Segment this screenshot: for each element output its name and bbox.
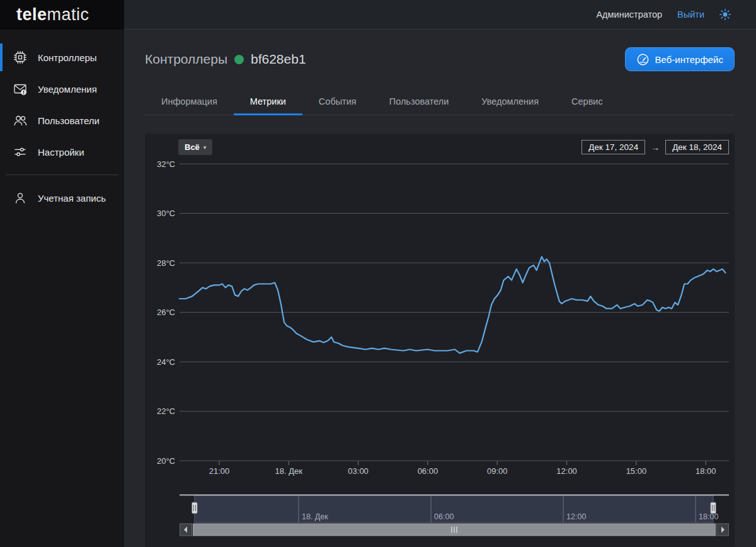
sidebar-item-label: Учетная запись (38, 193, 106, 204)
date-range: Дек 17, 2024 → Дек 18, 2024 (581, 140, 729, 154)
svg-text:26°C: 26°C (157, 308, 175, 317)
active-indicator (0, 43, 3, 71)
arrow-right-icon: → (651, 142, 660, 153)
tab-service[interactable]: Сервис (555, 90, 619, 115)
sidebar: Контроллеры Уведомления (0, 30, 124, 547)
users-icon (13, 113, 27, 127)
chip-icon (13, 50, 27, 64)
svg-text:18. Дек: 18. Дек (302, 512, 328, 521)
topbar: telematic Администратор Выйти (0, 0, 756, 30)
web-interface-button[interactable]: Веб-интерфейс (625, 47, 735, 71)
svg-text:21:00: 21:00 (209, 466, 230, 476)
logo: telematic (0, 0, 124, 30)
logo-light: matic (47, 5, 89, 24)
logout-link[interactable]: Выйти (677, 9, 704, 20)
svg-text:28°C: 28°C (157, 258, 175, 268)
sidebar-item-label: Контроллеры (38, 52, 97, 63)
logo-bold: tele (16, 5, 47, 24)
range-selector-label: Всё (185, 142, 200, 152)
sidebar-item-label: Пользователи (38, 115, 100, 126)
topbar-right: Администратор Выйти (124, 0, 756, 30)
svg-text:30°C: 30°C (157, 209, 175, 218)
sidebar-item-account[interactable]: Учетная запись (0, 182, 124, 214)
svg-text:12:00: 12:00 (556, 466, 577, 476)
sidebar-item-users[interactable]: Пользователи (0, 105, 124, 136)
tabs: Информация Метрики События Пользователи … (145, 90, 735, 115)
tab-notifications[interactable]: Уведомления (465, 90, 555, 115)
sidebar-item-controllers[interactable]: Контроллеры (0, 42, 124, 73)
svg-text:22°C: 22°C (157, 406, 175, 416)
envelope-alert-icon (13, 82, 27, 96)
date-to-input[interactable]: Дек 18, 2024 (665, 140, 729, 154)
sidebar-item-settings[interactable]: Настройки (0, 136, 124, 168)
status-dot (234, 55, 244, 64)
person-icon (13, 191, 27, 205)
sidebar-item-label: Настройки (38, 147, 84, 158)
gauge-icon (636, 53, 650, 66)
svg-text:24°C: 24°C (157, 357, 175, 367)
main-content: Контроллеры bf628eb1 Веб-интерфейс Инфор… (124, 30, 756, 547)
theme-toggle-sun-icon[interactable] (719, 9, 731, 20)
page-header: Контроллеры bf628eb1 Веб-интерфейс (145, 47, 735, 72)
range-selector-dropdown[interactable]: Всё ▾ (178, 139, 212, 155)
date-from-input[interactable]: Дек 17, 2024 (581, 140, 645, 154)
temperature-chart[interactable]: 32°C30°C28°C26°C24°C22°C20°C21:0018. Дек… (145, 134, 735, 547)
svg-text:03:00: 03:00 (348, 466, 369, 476)
svg-text:18. Дек: 18. Дек (275, 466, 303, 476)
sidebar-item-notifications[interactable]: Уведомления (0, 73, 124, 105)
device-id: bf628eb1 (251, 52, 306, 67)
svg-text:32°C: 32°C (157, 159, 175, 169)
chevron-down-icon: ▾ (203, 144, 207, 151)
current-user-label: Администратор (596, 9, 662, 20)
metrics-panel: Всё ▾ Дек 17, 2024 → Дек 18, 2024 32°C30… (145, 134, 735, 547)
tab-metrics[interactable]: Метрики (234, 90, 302, 115)
svg-text:09:00: 09:00 (487, 466, 508, 476)
svg-text:06:00: 06:00 (434, 512, 454, 521)
svg-text:12:00: 12:00 (566, 512, 586, 521)
svg-text:18:00: 18:00 (696, 466, 716, 476)
web-interface-button-label: Веб-интерфейс (655, 54, 723, 65)
tab-information[interactable]: Информация (145, 90, 234, 115)
sidebar-divider (6, 175, 118, 175)
tab-users[interactable]: Пользователи (373, 90, 466, 115)
svg-text:20°C: 20°C (157, 456, 175, 466)
sliders-icon (13, 145, 27, 159)
svg-text:06:00: 06:00 (418, 466, 438, 476)
tab-events[interactable]: События (302, 90, 373, 115)
sidebar-item-label: Уведомления (38, 84, 97, 95)
page-title: Контроллеры (145, 52, 227, 67)
svg-text:15:00: 15:00 (626, 466, 647, 476)
